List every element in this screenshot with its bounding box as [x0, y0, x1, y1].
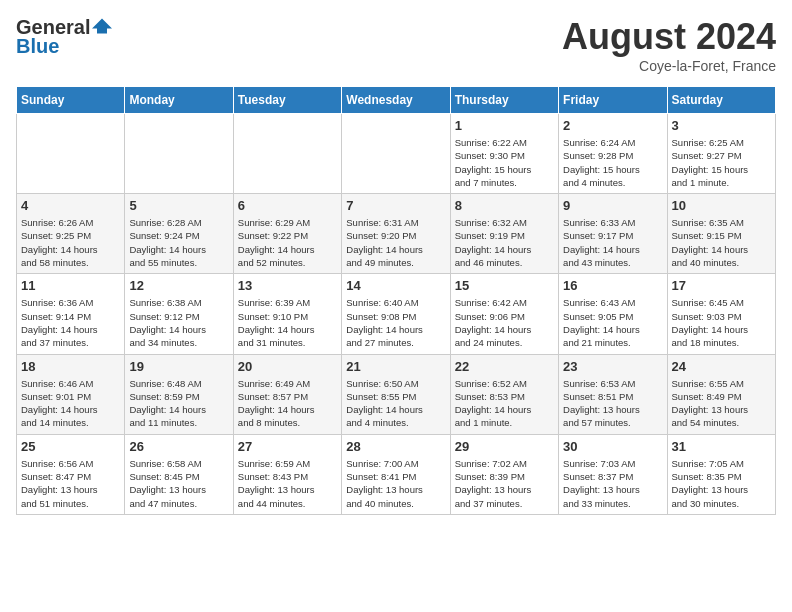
day-info: Sunrise: 6:35 AM Sunset: 9:15 PM Dayligh…	[672, 216, 771, 269]
day-number: 24	[672, 359, 771, 374]
day-number: 9	[563, 198, 662, 213]
header-row: SundayMondayTuesdayWednesdayThursdayFrid…	[17, 87, 776, 114]
day-info: Sunrise: 6:45 AM Sunset: 9:03 PM Dayligh…	[672, 296, 771, 349]
day-number: 3	[672, 118, 771, 133]
day-number: 18	[21, 359, 120, 374]
logo-icon	[92, 16, 112, 36]
calendar-cell: 14Sunrise: 6:40 AM Sunset: 9:08 PM Dayli…	[342, 274, 450, 354]
day-info: Sunrise: 6:52 AM Sunset: 8:53 PM Dayligh…	[455, 377, 554, 430]
day-number: 23	[563, 359, 662, 374]
calendar-cell: 26Sunrise: 6:58 AM Sunset: 8:45 PM Dayli…	[125, 434, 233, 514]
day-info: Sunrise: 7:05 AM Sunset: 8:35 PM Dayligh…	[672, 457, 771, 510]
day-of-week-header: Thursday	[450, 87, 558, 114]
calendar-week-row: 1Sunrise: 6:22 AM Sunset: 9:30 PM Daylig…	[17, 114, 776, 194]
day-info: Sunrise: 6:55 AM Sunset: 8:49 PM Dayligh…	[672, 377, 771, 430]
day-info: Sunrise: 6:31 AM Sunset: 9:20 PM Dayligh…	[346, 216, 445, 269]
day-info: Sunrise: 6:48 AM Sunset: 8:59 PM Dayligh…	[129, 377, 228, 430]
day-number: 22	[455, 359, 554, 374]
day-number: 30	[563, 439, 662, 454]
day-number: 10	[672, 198, 771, 213]
calendar-week-row: 4Sunrise: 6:26 AM Sunset: 9:25 PM Daylig…	[17, 194, 776, 274]
day-info: Sunrise: 6:40 AM Sunset: 9:08 PM Dayligh…	[346, 296, 445, 349]
calendar-cell	[342, 114, 450, 194]
day-info: Sunrise: 6:25 AM Sunset: 9:27 PM Dayligh…	[672, 136, 771, 189]
calendar-cell: 24Sunrise: 6:55 AM Sunset: 8:49 PM Dayli…	[667, 354, 775, 434]
day-info: Sunrise: 6:46 AM Sunset: 9:01 PM Dayligh…	[21, 377, 120, 430]
day-number: 17	[672, 278, 771, 293]
day-number: 7	[346, 198, 445, 213]
calendar-cell: 6Sunrise: 6:29 AM Sunset: 9:22 PM Daylig…	[233, 194, 341, 274]
day-number: 16	[563, 278, 662, 293]
day-info: Sunrise: 7:00 AM Sunset: 8:41 PM Dayligh…	[346, 457, 445, 510]
day-info: Sunrise: 6:56 AM Sunset: 8:47 PM Dayligh…	[21, 457, 120, 510]
logo-blue-text: Blue	[16, 35, 59, 58]
calendar-cell: 11Sunrise: 6:36 AM Sunset: 9:14 PM Dayli…	[17, 274, 125, 354]
calendar-cell: 22Sunrise: 6:52 AM Sunset: 8:53 PM Dayli…	[450, 354, 558, 434]
calendar-cell: 27Sunrise: 6:59 AM Sunset: 8:43 PM Dayli…	[233, 434, 341, 514]
day-number: 27	[238, 439, 337, 454]
page-header: General Blue August 2024 Coye-la-Foret, …	[16, 16, 776, 74]
day-info: Sunrise: 6:43 AM Sunset: 9:05 PM Dayligh…	[563, 296, 662, 349]
day-of-week-header: Friday	[559, 87, 667, 114]
logo: General Blue	[16, 16, 112, 58]
day-number: 25	[21, 439, 120, 454]
day-info: Sunrise: 6:22 AM Sunset: 9:30 PM Dayligh…	[455, 136, 554, 189]
day-info: Sunrise: 6:38 AM Sunset: 9:12 PM Dayligh…	[129, 296, 228, 349]
day-number: 6	[238, 198, 337, 213]
day-number: 20	[238, 359, 337, 374]
title-block: August 2024 Coye-la-Foret, France	[562, 16, 776, 74]
day-info: Sunrise: 6:32 AM Sunset: 9:19 PM Dayligh…	[455, 216, 554, 269]
calendar-cell: 17Sunrise: 6:45 AM Sunset: 9:03 PM Dayli…	[667, 274, 775, 354]
day-of-week-header: Saturday	[667, 87, 775, 114]
calendar-cell: 30Sunrise: 7:03 AM Sunset: 8:37 PM Dayli…	[559, 434, 667, 514]
day-number: 14	[346, 278, 445, 293]
day-info: Sunrise: 6:33 AM Sunset: 9:17 PM Dayligh…	[563, 216, 662, 269]
calendar-cell	[125, 114, 233, 194]
day-number: 1	[455, 118, 554, 133]
day-number: 13	[238, 278, 337, 293]
calendar-week-row: 25Sunrise: 6:56 AM Sunset: 8:47 PM Dayli…	[17, 434, 776, 514]
day-info: Sunrise: 7:02 AM Sunset: 8:39 PM Dayligh…	[455, 457, 554, 510]
day-info: Sunrise: 6:58 AM Sunset: 8:45 PM Dayligh…	[129, 457, 228, 510]
calendar-cell: 1Sunrise: 6:22 AM Sunset: 9:30 PM Daylig…	[450, 114, 558, 194]
calendar-cell: 18Sunrise: 6:46 AM Sunset: 9:01 PM Dayli…	[17, 354, 125, 434]
calendar-cell: 9Sunrise: 6:33 AM Sunset: 9:17 PM Daylig…	[559, 194, 667, 274]
day-info: Sunrise: 6:36 AM Sunset: 9:14 PM Dayligh…	[21, 296, 120, 349]
calendar-week-row: 11Sunrise: 6:36 AM Sunset: 9:14 PM Dayli…	[17, 274, 776, 354]
calendar-cell: 31Sunrise: 7:05 AM Sunset: 8:35 PM Dayli…	[667, 434, 775, 514]
day-number: 12	[129, 278, 228, 293]
day-of-week-header: Monday	[125, 87, 233, 114]
day-info: Sunrise: 6:50 AM Sunset: 8:55 PM Dayligh…	[346, 377, 445, 430]
location: Coye-la-Foret, France	[562, 58, 776, 74]
day-number: 29	[455, 439, 554, 454]
day-info: Sunrise: 6:26 AM Sunset: 9:25 PM Dayligh…	[21, 216, 120, 269]
calendar-cell: 23Sunrise: 6:53 AM Sunset: 8:51 PM Dayli…	[559, 354, 667, 434]
day-of-week-header: Sunday	[17, 87, 125, 114]
day-info: Sunrise: 7:03 AM Sunset: 8:37 PM Dayligh…	[563, 457, 662, 510]
day-info: Sunrise: 6:59 AM Sunset: 8:43 PM Dayligh…	[238, 457, 337, 510]
calendar-week-row: 18Sunrise: 6:46 AM Sunset: 9:01 PM Dayli…	[17, 354, 776, 434]
calendar-cell: 19Sunrise: 6:48 AM Sunset: 8:59 PM Dayli…	[125, 354, 233, 434]
day-info: Sunrise: 6:39 AM Sunset: 9:10 PM Dayligh…	[238, 296, 337, 349]
day-info: Sunrise: 6:49 AM Sunset: 8:57 PM Dayligh…	[238, 377, 337, 430]
day-number: 26	[129, 439, 228, 454]
calendar-cell: 28Sunrise: 7:00 AM Sunset: 8:41 PM Dayli…	[342, 434, 450, 514]
calendar-cell: 7Sunrise: 6:31 AM Sunset: 9:20 PM Daylig…	[342, 194, 450, 274]
calendar-header: SundayMondayTuesdayWednesdayThursdayFrid…	[17, 87, 776, 114]
calendar-cell: 25Sunrise: 6:56 AM Sunset: 8:47 PM Dayli…	[17, 434, 125, 514]
calendar-body: 1Sunrise: 6:22 AM Sunset: 9:30 PM Daylig…	[17, 114, 776, 515]
day-number: 28	[346, 439, 445, 454]
day-number: 31	[672, 439, 771, 454]
calendar-table: SundayMondayTuesdayWednesdayThursdayFrid…	[16, 86, 776, 515]
calendar-cell	[233, 114, 341, 194]
calendar-cell: 12Sunrise: 6:38 AM Sunset: 9:12 PM Dayli…	[125, 274, 233, 354]
month-year: August 2024	[562, 16, 776, 58]
calendar-cell: 15Sunrise: 6:42 AM Sunset: 9:06 PM Dayli…	[450, 274, 558, 354]
day-number: 5	[129, 198, 228, 213]
day-info: Sunrise: 6:28 AM Sunset: 9:24 PM Dayligh…	[129, 216, 228, 269]
day-of-week-header: Tuesday	[233, 87, 341, 114]
calendar-cell: 21Sunrise: 6:50 AM Sunset: 8:55 PM Dayli…	[342, 354, 450, 434]
day-number: 11	[21, 278, 120, 293]
day-number: 4	[21, 198, 120, 213]
day-number: 21	[346, 359, 445, 374]
